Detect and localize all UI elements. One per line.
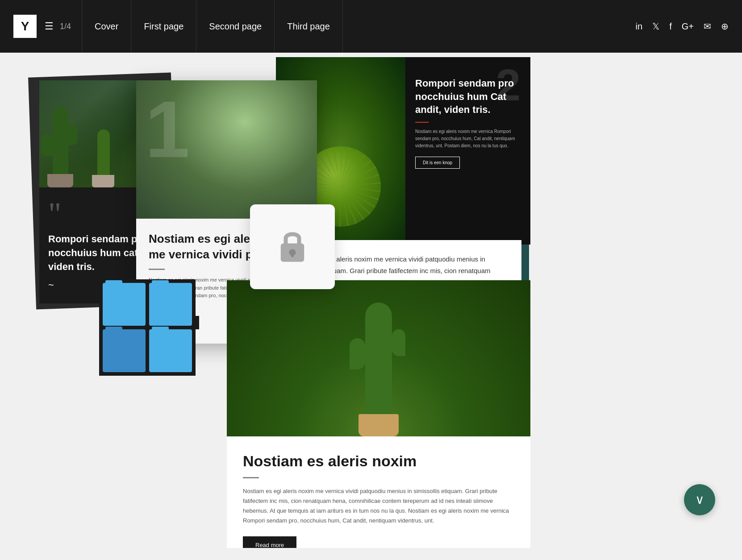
folder-tab-1 bbox=[105, 280, 122, 284]
third-page-image bbox=[227, 280, 530, 436]
navbar: Y ☰ 1/4 Cover First page Second page Thi… bbox=[0, 0, 742, 53]
third-page-text: Nostiam es egi aleris noxim me vernica v… bbox=[243, 486, 514, 526]
page-number-1: 1 bbox=[145, 89, 190, 170]
logo[interactable]: Y bbox=[13, 15, 37, 38]
folder-item-4[interactable] bbox=[149, 329, 192, 372]
folder-tab-2 bbox=[152, 280, 169, 284]
linkedin-icon[interactable]: in bbox=[636, 21, 643, 32]
page-count: 1/4 bbox=[60, 22, 71, 31]
cactus-body bbox=[365, 303, 392, 419]
tab-second[interactable]: Second page bbox=[196, 0, 275, 53]
third-page-card: Nostiam es aleris noxim Nostiam es egi a… bbox=[227, 280, 530, 548]
third-page-content: Nostiam es aleris noxim Nostiam es egi a… bbox=[227, 436, 530, 548]
cactus-third bbox=[334, 294, 423, 436]
chevron-down-icon: ∨ bbox=[695, 494, 704, 506]
folder-tab-3 bbox=[105, 327, 122, 330]
folder-item-3[interactable] bbox=[103, 329, 146, 372]
tab-third[interactable]: Third page bbox=[275, 0, 343, 53]
twitter-icon[interactable]: 𝕏 bbox=[652, 21, 659, 32]
cactus-arm-right bbox=[392, 329, 405, 356]
cactus-arm-left bbox=[350, 338, 365, 369]
first-page-image: 1 bbox=[136, 80, 317, 219]
email-icon[interactable]: ✉ bbox=[704, 21, 711, 32]
whatsapp-icon[interactable]: ⊕ bbox=[721, 21, 729, 32]
googleplus-icon[interactable]: G+ bbox=[682, 21, 694, 32]
second-page-divider bbox=[415, 122, 429, 123]
cactus-pot-2 bbox=[92, 175, 114, 187]
tab-first[interactable]: First page bbox=[131, 0, 196, 53]
tab-cover[interactable]: Cover bbox=[82, 0, 131, 53]
folder-item-2[interactable] bbox=[149, 283, 192, 326]
folder-grid bbox=[99, 279, 196, 376]
third-page-divider bbox=[243, 477, 259, 478]
folder-item-1[interactable] bbox=[103, 283, 146, 326]
second-page-content: 2 Rompori sendam pro nocchuius hum Cat a… bbox=[405, 57, 530, 245]
social-links: in 𝕏 f G+ ✉ ⊕ bbox=[636, 21, 729, 32]
folder-tab-4 bbox=[152, 327, 169, 330]
third-page-button[interactable]: Read more bbox=[243, 536, 296, 548]
lock-card bbox=[250, 204, 335, 289]
page-number-2: 2 bbox=[496, 62, 521, 107]
cactus-pot-third bbox=[358, 414, 399, 436]
second-page-text: Nostiam es egi aleris noxim me vernica R… bbox=[415, 128, 521, 149]
second-page-button[interactable]: Dit is een knop bbox=[415, 157, 460, 169]
lock-icon bbox=[272, 227, 313, 267]
menu-icon[interactable]: ☰ bbox=[45, 21, 54, 32]
third-page-title: Nostiam es aleris noxim bbox=[243, 452, 514, 470]
content-area: " Rompori sendam pro nocchuius hum cat a… bbox=[0, 53, 742, 560]
nav-tabs: Cover First page Second page Third page bbox=[82, 0, 343, 53]
cactus-pot bbox=[47, 174, 73, 187]
facebook-icon[interactable]: f bbox=[669, 21, 672, 32]
first-page-divider bbox=[149, 269, 165, 270]
svg-rect-2 bbox=[291, 253, 294, 257]
scroll-down-button[interactable]: ∨ bbox=[684, 484, 715, 515]
